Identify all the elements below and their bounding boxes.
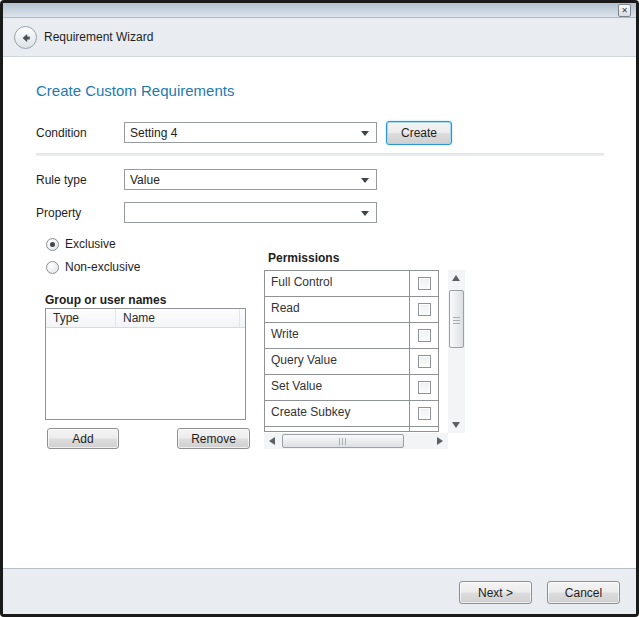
- radio-button-icon[interactable]: [46, 238, 59, 251]
- condition-dropdown[interactable]: Setting 4: [124, 122, 377, 143]
- permission-row[interactable]: Read: [265, 297, 438, 323]
- rule-type-dropdown-value: Value: [130, 173, 160, 187]
- title-bar: ✕: [3, 3, 636, 18]
- permission-checkbox-cell: [410, 271, 438, 296]
- rule-type-label: Rule type: [36, 173, 87, 187]
- wizard-header: Requirement Wizard: [3, 18, 636, 57]
- permission-name: Read: [265, 297, 410, 322]
- page-title: Create Custom Requirements: [36, 82, 234, 99]
- add-button[interactable]: Add: [47, 428, 119, 449]
- permission-checkbox[interactable]: [418, 355, 431, 368]
- permission-name: Create Subkey: [265, 401, 410, 426]
- wizard-footer: Next > Cancel: [3, 568, 636, 614]
- exclusivity-option[interactable]: Exclusive: [46, 237, 116, 251]
- property-label: Property: [36, 206, 81, 220]
- back-button[interactable]: [14, 26, 37, 49]
- back-arrow-icon: [20, 32, 32, 44]
- condition-dropdown-value: Setting 4: [130, 126, 177, 140]
- radio-button-icon[interactable]: [46, 261, 59, 274]
- close-button[interactable]: ✕: [618, 4, 631, 17]
- permissions-vertical-scrollbar[interactable]: [448, 270, 465, 433]
- scroll-right-icon[interactable]: [437, 437, 443, 445]
- permission-name: Enumerate Subkeys: [265, 427, 410, 432]
- scroll-left-icon[interactable]: [269, 437, 275, 445]
- group-user-names-label: Group or user names: [45, 293, 166, 307]
- create-button[interactable]: Create: [386, 121, 452, 145]
- permission-checkbox-cell: [410, 427, 438, 432]
- permission-checkbox-cell: [410, 349, 438, 374]
- chevron-down-icon: [361, 178, 369, 183]
- permission-row[interactable]: Full Control: [265, 271, 438, 297]
- permission-checkbox-cell: [410, 375, 438, 400]
- chevron-down-icon: [361, 131, 369, 136]
- horizontal-scrollbar-thumb[interactable]: [282, 434, 404, 448]
- scroll-down-icon[interactable]: [452, 422, 460, 428]
- permission-checkbox[interactable]: [418, 277, 431, 290]
- radio-option-label: Exclusive: [65, 237, 116, 251]
- chevron-down-icon: [361, 211, 369, 216]
- group-user-names-list[interactable]: Type Name: [45, 308, 246, 420]
- permission-row[interactable]: Enumerate Subkeys: [265, 427, 438, 432]
- rule-type-dropdown[interactable]: Value: [124, 169, 377, 190]
- permission-name: Full Control: [265, 271, 410, 296]
- vertical-scrollbar-thumb[interactable]: [449, 290, 464, 348]
- section-separator: [36, 153, 604, 156]
- permissions-horizontal-scrollbar[interactable]: [264, 433, 448, 449]
- permission-name: Write: [265, 323, 410, 348]
- permission-row[interactable]: Create Subkey: [265, 401, 438, 427]
- permission-row[interactable]: Write: [265, 323, 438, 349]
- cancel-button[interactable]: Cancel: [547, 581, 620, 604]
- next-button[interactable]: Next >: [459, 581, 532, 604]
- permissions-rows: Full Control Read Write Query Value Set …: [265, 271, 438, 432]
- remove-button[interactable]: Remove: [177, 428, 250, 449]
- property-dropdown[interactable]: [124, 202, 377, 223]
- wizard-title: Requirement Wizard: [44, 30, 153, 44]
- permission-name: Set Value: [265, 375, 410, 400]
- permission-checkbox[interactable]: [418, 407, 431, 420]
- permission-name: Query Value: [265, 349, 410, 374]
- permission-row[interactable]: Set Value: [265, 375, 438, 401]
- permission-row[interactable]: Query Value: [265, 349, 438, 375]
- scroll-up-icon[interactable]: [452, 275, 460, 281]
- permission-checkbox-cell: [410, 297, 438, 322]
- permission-checkbox[interactable]: [418, 381, 431, 394]
- permissions-label: Permissions: [268, 251, 339, 265]
- requirement-wizard-window: ✕ Requirement Wizard Create Custom Requi…: [0, 0, 639, 617]
- column-header-name[interactable]: Name: [116, 309, 240, 327]
- permission-checkbox-cell: [410, 323, 438, 348]
- exclusivity-option[interactable]: Non-exclusive: [46, 260, 140, 274]
- column-header-type[interactable]: Type: [46, 309, 116, 327]
- permissions-table: Full Control Read Write Query Value Set …: [264, 270, 439, 432]
- group-user-names-header: Type Name: [46, 309, 245, 328]
- permission-checkbox[interactable]: [418, 329, 431, 342]
- permission-checkbox[interactable]: [418, 303, 431, 316]
- permission-checkbox-cell: [410, 401, 438, 426]
- close-icon: ✕: [621, 7, 628, 15]
- condition-label: Condition: [36, 126, 87, 140]
- radio-option-label: Non-exclusive: [65, 260, 140, 274]
